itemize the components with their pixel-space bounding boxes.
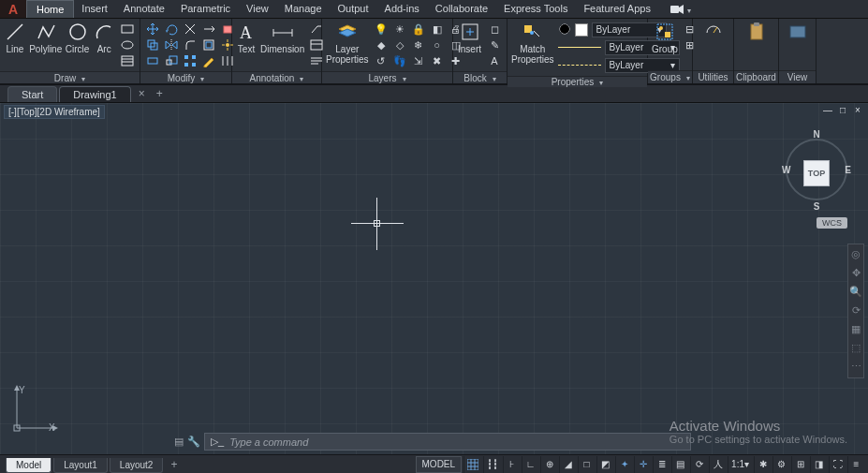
command-input[interactable]: Type a command: [229, 436, 308, 448]
layer-bulb-icon[interactable]: 💡: [373, 22, 390, 37]
layer-lock-icon[interactable]: 🔒: [410, 22, 427, 37]
tab-annotate[interactable]: Annotate: [116, 0, 173, 18]
tab-express-tools[interactable]: Express Tools: [496, 0, 576, 18]
cmd-customize-icon[interactable]: 🔧: [187, 436, 200, 448]
tab-insert[interactable]: Insert: [74, 0, 116, 18]
match-properties-button[interactable]: Match Properties: [511, 22, 554, 65]
polar-icon[interactable]: ⊕: [540, 456, 557, 473]
isoplane-icon[interactable]: ◢: [559, 456, 576, 473]
ortho-icon[interactable]: ∟: [522, 456, 538, 473]
tab-collaborate[interactable]: Collaborate: [428, 0, 496, 18]
workspace-icon[interactable]: ⚙: [772, 456, 789, 473]
text-button[interactable]: A Text: [236, 22, 257, 54]
tab-view[interactable]: View: [239, 0, 277, 18]
offset-icon[interactable]: [200, 37, 217, 52]
tab-output[interactable]: Output: [331, 0, 377, 18]
tab-addins[interactable]: Add-ins: [377, 0, 428, 18]
create-block-icon[interactable]: ◻: [486, 22, 503, 37]
viewport-maximize-icon[interactable]: □: [836, 105, 849, 116]
tab-featured-apps[interactable]: Featured Apps: [576, 0, 659, 18]
clean-screen-icon[interactable]: ⛶: [829, 456, 846, 473]
customize-status-icon[interactable]: ≡: [847, 456, 864, 473]
nav-showmotion-icon[interactable]: ▦: [849, 323, 862, 336]
camera-icon[interactable]: [665, 0, 697, 18]
polyline-button[interactable]: Polyline: [30, 22, 62, 54]
infer-constraints-icon[interactable]: ⊦: [503, 456, 520, 473]
layer-delete-icon[interactable]: ✖: [429, 53, 446, 68]
3dosnap-icon[interactable]: ◩: [596, 456, 613, 473]
annotation-visibility-icon[interactable]: ✱: [754, 456, 771, 473]
panel-utilities[interactable]: Utilities: [693, 19, 734, 83]
viewport-label[interactable]: [-][Top][2D Wireframe]: [4, 105, 105, 119]
layer-state-icon[interactable]: ◆: [373, 37, 390, 52]
wcs-badge[interactable]: WCS: [817, 217, 847, 229]
viewcube-face[interactable]: TOP: [803, 160, 830, 186]
trim-icon[interactable]: [182, 22, 199, 37]
attr-block-icon[interactable]: A: [486, 53, 503, 68]
viewcube[interactable]: TOP N S E W: [784, 131, 849, 215]
compass-e[interactable]: E: [845, 165, 851, 175]
doc-tab-start[interactable]: Start: [7, 86, 57, 102]
dimension-button[interactable]: Dimension: [260, 22, 304, 54]
cycling-icon[interactable]: ⟳: [690, 456, 707, 473]
nav-zoom-icon[interactable]: 🔍: [849, 286, 862, 299]
nav-pan-icon[interactable]: ✥: [849, 267, 862, 280]
line-button[interactable]: Line: [4, 22, 26, 54]
layer-walk-icon[interactable]: 👣: [391, 53, 408, 68]
insert-button[interactable]: Insert: [457, 22, 482, 54]
cmd-history-icon[interactable]: ▤: [174, 436, 184, 448]
nav-orbit-icon[interactable]: ⟳: [849, 304, 862, 318]
model-space-button[interactable]: MODEL: [416, 456, 463, 473]
group-button[interactable]: Group: [652, 22, 678, 54]
compass-n[interactable]: N: [813, 129, 819, 140]
compass-s[interactable]: S: [814, 201, 820, 212]
panel-view[interactable]: View: [779, 19, 817, 83]
nav-more-icon[interactable]: ⋯: [849, 361, 862, 374]
fillet-icon[interactable]: [182, 37, 199, 52]
drawing-viewport[interactable]: [-][Top][2D Wireframe] — □ × TOP N S E W…: [0, 103, 868, 454]
arc-button[interactable]: Arc: [93, 22, 115, 54]
color-swatch[interactable]: [575, 23, 588, 37]
viewport-close-icon[interactable]: ×: [851, 105, 864, 116]
hardware-accel-icon[interactable]: ⊞: [791, 456, 808, 473]
layer-freeze-icon[interactable]: ❄: [410, 37, 427, 52]
tab-home[interactable]: Home: [26, 0, 74, 18]
extend-icon[interactable]: [200, 22, 217, 37]
layer-prev-icon[interactable]: ↺: [373, 53, 390, 68]
layout1-tab[interactable]: Layout1: [53, 458, 108, 473]
layer-color-icon[interactable]: ◧: [429, 22, 446, 37]
grid-toggle-icon[interactable]: [463, 456, 481, 473]
nav-wheel-icon[interactable]: ◎: [849, 248, 862, 261]
layout2-tab[interactable]: Layout2: [110, 458, 164, 473]
snap-toggle-icon[interactable]: ┇┇: [483, 456, 501, 473]
edit-block-icon[interactable]: ✎: [486, 37, 503, 52]
props-edit-icon[interactable]: [200, 53, 217, 68]
ellipse-icon[interactable]: [119, 37, 136, 52]
doc-tab-add[interactable]: +: [151, 85, 169, 102]
stretch-icon[interactable]: [144, 53, 161, 68]
scale-button[interactable]: 1:1▾: [728, 456, 752, 473]
layout-add[interactable]: +: [165, 456, 183, 473]
lineweight-toggle-icon[interactable]: ≣: [653, 456, 669, 473]
tab-manage[interactable]: Manage: [277, 0, 331, 18]
compass-w[interactable]: W: [782, 165, 790, 175]
layer-iso-icon[interactable]: ◇: [391, 37, 408, 52]
doc-tab-close[interactable]: ×: [133, 85, 151, 102]
osnap-icon[interactable]: □: [578, 456, 595, 473]
move-icon[interactable]: [144, 22, 161, 37]
nav-extents-icon[interactable]: ⬚: [849, 342, 862, 355]
rotate-icon[interactable]: [163, 22, 180, 37]
doc-tab-drawing1[interactable]: Drawing1: [59, 86, 130, 102]
mirror-icon[interactable]: [163, 37, 180, 52]
layer-off-icon[interactable]: ○: [429, 37, 446, 52]
isolate-icon[interactable]: ◨: [810, 456, 827, 473]
rectangle-icon[interactable]: [119, 22, 136, 37]
transparency-icon[interactable]: ▤: [671, 456, 688, 473]
app-icon[interactable]: A: [0, 0, 26, 18]
array-icon[interactable]: [182, 53, 199, 68]
copy-icon[interactable]: [144, 37, 161, 52]
viewport-minimize-icon[interactable]: —: [821, 105, 834, 116]
color-swatch-icon[interactable]: [558, 22, 571, 37]
annoscale-icon[interactable]: 人: [709, 456, 726, 473]
layer-sun-icon[interactable]: ☀: [391, 22, 408, 37]
